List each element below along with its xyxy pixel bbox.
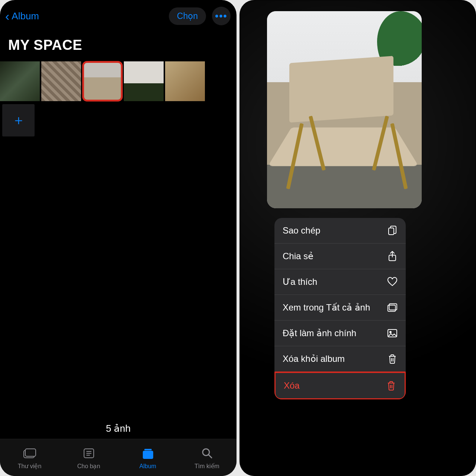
menu-label: Xóa <box>284 380 300 391</box>
menu-label: Đặt làm ảnh chính <box>283 328 356 338</box>
tab-for-you[interactable]: Cho bạn <box>59 439 118 476</box>
search-icon <box>201 446 213 461</box>
library-icon <box>23 446 36 461</box>
share-icon <box>387 251 398 261</box>
photo-preview[interactable] <box>267 11 422 208</box>
tab-label: Album <box>139 463 156 470</box>
copy-icon <box>387 225 398 236</box>
back-button[interactable]: Album <box>12 10 39 22</box>
photo-thumb-selected[interactable] <box>83 61 122 101</box>
menu-label: Xem trong Tất cả ảnh <box>283 302 370 313</box>
tab-search[interactable]: Tìm kiếm <box>177 439 237 476</box>
svg-rect-3 <box>143 451 153 459</box>
photo-thumb[interactable] <box>0 61 40 101</box>
tab-bar: Thư viện Cho bạn Album Tìm kiếm <box>0 439 237 476</box>
photo-count: 5 ảnh <box>0 423 237 434</box>
plus-icon: ＋ <box>12 111 25 129</box>
svg-line-6 <box>209 455 212 458</box>
for-you-icon <box>83 446 95 461</box>
context-menu-pane: Sao chép Chia sẻ Ưa thích Xem trong Tất … <box>239 0 476 476</box>
picture-icon <box>387 328 398 338</box>
add-photo-button[interactable]: ＋ <box>2 104 35 136</box>
tab-label: Cho bạn <box>77 463 100 470</box>
menu-delete[interactable]: Xóa <box>274 372 406 399</box>
album-title: MY SPACE <box>0 30 237 60</box>
svg-rect-7 <box>389 228 394 235</box>
menu-label: Sao chép <box>283 225 320 236</box>
tab-library[interactable]: Thư viện <box>0 439 59 476</box>
gallery-icon <box>387 302 398 313</box>
album-pane: ‹ Album Chọn ••• MY SPACE ＋ 5 ảnh Thư vi… <box>0 0 237 476</box>
thumbnail-row <box>0 61 237 101</box>
trash-icon <box>387 354 398 364</box>
menu-favorite[interactable]: Ưa thích <box>274 269 406 295</box>
menu-share[interactable]: Chia sẻ <box>274 244 406 269</box>
choose-button[interactable]: Chọn <box>169 7 206 25</box>
heart-icon <box>387 277 398 287</box>
context-menu: Sao chép Chia sẻ Ưa thích Xem trong Tất … <box>274 218 406 399</box>
svg-rect-1 <box>25 449 36 456</box>
menu-copy[interactable]: Sao chép <box>274 218 406 244</box>
chevron-left-icon[interactable]: ‹ <box>5 10 9 22</box>
ellipsis-icon: ••• <box>215 10 227 22</box>
trash-icon <box>386 380 396 391</box>
menu-remove-from-album[interactable]: Xóa khỏi album <box>274 346 406 372</box>
photo-thumb[interactable] <box>124 61 164 101</box>
photo-thumb[interactable] <box>165 61 205 101</box>
tab-label: Tìm kiếm <box>194 463 219 470</box>
tab-label: Thư viện <box>18 463 42 470</box>
album-icon <box>141 446 155 461</box>
menu-set-key-photo[interactable]: Đặt làm ảnh chính <box>274 321 406 346</box>
svg-rect-4 <box>144 449 152 450</box>
menu-show-in-all[interactable]: Xem trong Tất cả ảnh <box>274 295 406 321</box>
svg-point-12 <box>390 331 391 333</box>
photo-thumb[interactable] <box>41 61 81 101</box>
menu-label: Chia sẻ <box>283 251 313 261</box>
more-button[interactable]: ••• <box>212 7 231 25</box>
menu-label: Ưa thích <box>283 277 317 287</box>
tab-album[interactable]: Album <box>118 439 177 476</box>
nav-bar: ‹ Album Chọn ••• <box>0 0 237 30</box>
menu-label: Xóa khỏi album <box>283 354 345 364</box>
